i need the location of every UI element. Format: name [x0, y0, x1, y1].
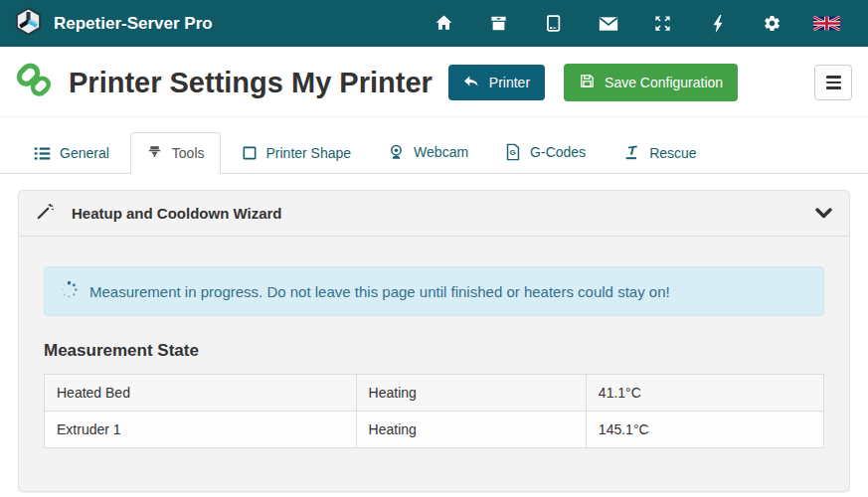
- gear-icon[interactable]: [745, 14, 799, 33]
- table-row: Extruder 1 Heating 145.1°C: [45, 412, 824, 448]
- save-configuration-button[interactable]: Save Configuration: [564, 64, 738, 101]
- list-icon: [34, 146, 51, 161]
- heater-temp-cell: 145.1°C: [586, 412, 823, 448]
- chain-link-icon: [14, 60, 56, 105]
- heater-temp-cell: 41.1°C: [586, 375, 823, 412]
- printer-button[interactable]: Printer: [448, 65, 545, 100]
- panel-title: Heatup and Cooldown Wizard: [72, 205, 282, 222]
- page-title: Printer Settings My Printer: [69, 67, 433, 99]
- panel-heading[interactable]: Heatup and Cooldown Wizard: [19, 191, 849, 237]
- top-navbar: Repetier-Server Pro: [0, 0, 868, 47]
- tab-label: General: [60, 145, 109, 161]
- repetier-logo-icon: [14, 7, 43, 41]
- mail-icon[interactable]: [581, 16, 635, 32]
- tab-rescue[interactable]: Rescue: [607, 132, 712, 174]
- webcam-icon: [388, 143, 405, 161]
- svg-text:G: G: [510, 148, 516, 157]
- heater-name-cell: Heated Bed: [45, 375, 357, 412]
- tab-tools[interactable]: Tools: [130, 132, 221, 174]
- panel-body: Measurement in progress. Do not leave th…: [19, 237, 849, 491]
- measurement-state-table: Heated Bed Heating 41.1°C Extruder 1 Hea…: [44, 374, 824, 448]
- menu-button[interactable]: [814, 65, 852, 100]
- uk-flag-icon[interactable]: [799, 16, 854, 31]
- spinner-icon: [60, 280, 79, 302]
- tab-general[interactable]: General: [18, 133, 125, 174]
- navbar-icons: [417, 14, 854, 34]
- printer-button-label: Printer: [489, 75, 530, 90]
- tab-gcodes[interactable]: G G-Codes: [489, 131, 602, 174]
- tab-label: G-Codes: [530, 144, 586, 160]
- gcode-file-icon: G: [505, 143, 521, 161]
- magic-wand-icon: [36, 202, 55, 225]
- tab-label: Tools: [172, 145, 205, 161]
- heater-state-cell: Heating: [356, 375, 586, 412]
- tablet-icon[interactable]: [526, 14, 581, 33]
- rescue-icon: [622, 144, 640, 161]
- home-icon[interactable]: [417, 14, 471, 33]
- settings-tabs: General Tools Printer Shape Webcam G G-C…: [0, 117, 868, 174]
- page-header: Printer Settings My Printer Printer Save…: [0, 47, 868, 117]
- measurement-progress-alert: Measurement in progress. Do not leave th…: [44, 266, 824, 316]
- heater-name-cell: Extruder 1: [45, 412, 357, 448]
- tab-label: Printer Shape: [266, 145, 352, 161]
- brand-label: Repetier-Server Pro: [54, 14, 213, 34]
- heater-state-cell: Heating: [356, 412, 586, 448]
- expand-arrows-icon[interactable]: [635, 14, 690, 33]
- archive-box-icon[interactable]: [471, 14, 526, 33]
- alert-text: Measurement in progress. Do not leave th…: [89, 283, 670, 300]
- back-arrow-icon: [463, 74, 480, 91]
- tab-label: Rescue: [649, 145, 696, 161]
- chevron-down-icon[interactable]: [815, 208, 832, 219]
- tab-label: Webcam: [414, 144, 468, 160]
- square-outline-icon: [242, 145, 258, 161]
- tab-printer-shape[interactable]: Printer Shape: [226, 133, 368, 174]
- heatup-cooldown-panel: Heatup and Cooldown Wizard Measurement i…: [18, 190, 850, 492]
- extruder-icon: [146, 144, 163, 161]
- save-button-label: Save Configuration: [605, 75, 723, 90]
- tab-webcam[interactable]: Webcam: [372, 131, 484, 174]
- measurement-state-heading: Measurement State: [44, 341, 824, 361]
- brand[interactable]: Repetier-Server Pro: [14, 7, 213, 41]
- save-icon: [579, 73, 596, 92]
- table-row: Heated Bed Heating 41.1°C: [45, 375, 824, 412]
- bolt-icon[interactable]: [690, 14, 745, 34]
- hamburger-icon: [826, 76, 841, 78]
